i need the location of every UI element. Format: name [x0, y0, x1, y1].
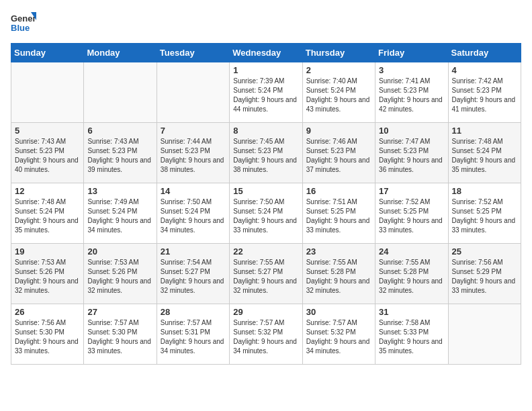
- calendar-cell: 15Sunrise: 7:50 AMSunset: 5:24 PMDayligh…: [230, 183, 302, 244]
- day-number: 25: [452, 246, 517, 257]
- day-number: 23: [306, 246, 371, 257]
- day-info: Sunrise: 7:56 AMSunset: 5:30 PMDaylight:…: [15, 318, 80, 356]
- day-number: 26: [15, 307, 80, 317]
- day-info: Sunrise: 7:55 AMSunset: 5:28 PMDaylight:…: [379, 258, 444, 295]
- calendar-cell: 17Sunrise: 7:52 AMSunset: 5:25 PMDayligh…: [375, 183, 448, 244]
- calendar-cell: 25Sunrise: 7:56 AMSunset: 5:29 PMDayligh…: [448, 244, 521, 304]
- col-header-friday: Friday: [375, 44, 448, 62]
- day-number: 10: [379, 126, 444, 136]
- logo-svg: General Blue: [11, 11, 36, 36]
- day-info: Sunrise: 7:43 AMSunset: 5:23 PMDaylight:…: [87, 137, 152, 175]
- day-info: Sunrise: 7:46 AMSunset: 5:23 PMDaylight:…: [306, 137, 371, 175]
- calendar-cell: 24Sunrise: 7:55 AMSunset: 5:28 PMDayligh…: [375, 244, 448, 304]
- day-number: 28: [161, 307, 226, 317]
- calendar-cell: 20Sunrise: 7:53 AMSunset: 5:26 PMDayligh…: [84, 244, 157, 304]
- day-number: 29: [233, 307, 298, 317]
- day-number: 27: [87, 307, 152, 317]
- calendar-cell: 11Sunrise: 7:48 AMSunset: 5:24 PMDayligh…: [448, 123, 521, 183]
- logo: General Blue: [11, 11, 36, 36]
- calendar-cell: 1Sunrise: 7:39 AMSunset: 5:24 PMDaylight…: [230, 62, 302, 123]
- page-header: General Blue: [11, 11, 521, 36]
- day-info: Sunrise: 7:57 AMSunset: 5:32 PMDaylight:…: [306, 318, 371, 356]
- day-info: Sunrise: 7:44 AMSunset: 5:23 PMDaylight:…: [161, 137, 226, 175]
- calendar-cell: 5Sunrise: 7:43 AMSunset: 5:23 PMDaylight…: [11, 123, 84, 183]
- day-info: Sunrise: 7:48 AMSunset: 5:24 PMDaylight:…: [452, 137, 517, 175]
- day-number: 20: [87, 246, 152, 257]
- day-info: Sunrise: 7:42 AMSunset: 5:23 PMDaylight:…: [452, 77, 517, 114]
- day-info: Sunrise: 7:39 AMSunset: 5:24 PMDaylight:…: [233, 77, 298, 114]
- calendar-cell: [11, 62, 84, 123]
- day-info: Sunrise: 7:48 AMSunset: 5:24 PMDaylight:…: [15, 197, 80, 235]
- day-info: Sunrise: 7:54 AMSunset: 5:27 PMDaylight:…: [161, 258, 226, 295]
- calendar-cell: 26Sunrise: 7:56 AMSunset: 5:30 PMDayligh…: [11, 304, 84, 365]
- day-info: Sunrise: 7:53 AMSunset: 5:26 PMDaylight:…: [87, 258, 152, 295]
- day-info: Sunrise: 7:50 AMSunset: 5:24 PMDaylight:…: [233, 197, 298, 235]
- day-number: 13: [87, 186, 152, 196]
- day-number: 22: [233, 246, 298, 257]
- day-number: 9: [306, 126, 371, 136]
- day-info: Sunrise: 7:40 AMSunset: 5:24 PMDaylight:…: [306, 77, 371, 114]
- calendar-cell: 27Sunrise: 7:57 AMSunset: 5:30 PMDayligh…: [84, 304, 157, 365]
- day-number: 11: [452, 126, 517, 136]
- calendar-cell: 2Sunrise: 7:40 AMSunset: 5:24 PMDaylight…: [302, 62, 375, 123]
- day-info: Sunrise: 7:55 AMSunset: 5:28 PMDaylight:…: [306, 258, 371, 295]
- day-number: 1: [233, 65, 298, 75]
- day-info: Sunrise: 7:57 AMSunset: 5:30 PMDaylight:…: [87, 318, 152, 356]
- calendar-week-2: 12Sunrise: 7:48 AMSunset: 5:24 PMDayligh…: [11, 183, 521, 244]
- day-info: Sunrise: 7:41 AMSunset: 5:23 PMDaylight:…: [379, 77, 444, 114]
- day-number: 17: [379, 186, 444, 196]
- calendar-cell: 7Sunrise: 7:44 AMSunset: 5:23 PMDaylight…: [157, 123, 229, 183]
- day-number: 14: [161, 186, 226, 196]
- day-number: 21: [161, 246, 226, 257]
- day-number: 8: [233, 126, 298, 136]
- col-header-thursday: Thursday: [302, 44, 375, 62]
- calendar-week-4: 26Sunrise: 7:56 AMSunset: 5:30 PMDayligh…: [11, 304, 521, 365]
- calendar-cell: 4Sunrise: 7:42 AMSunset: 5:23 PMDaylight…: [448, 62, 521, 123]
- calendar-cell: 13Sunrise: 7:49 AMSunset: 5:24 PMDayligh…: [84, 183, 157, 244]
- col-header-sunday: Sunday: [11, 44, 84, 62]
- calendar-week-0: 1Sunrise: 7:39 AMSunset: 5:24 PMDaylight…: [11, 62, 521, 123]
- day-number: 4: [452, 65, 517, 75]
- day-number: 16: [306, 186, 371, 196]
- calendar-cell: 18Sunrise: 7:52 AMSunset: 5:25 PMDayligh…: [448, 183, 521, 244]
- day-number: 24: [379, 246, 444, 257]
- day-info: Sunrise: 7:57 AMSunset: 5:31 PMDaylight:…: [161, 318, 226, 356]
- day-info: Sunrise: 7:52 AMSunset: 5:25 PMDaylight:…: [452, 197, 517, 235]
- calendar-cell: 23Sunrise: 7:55 AMSunset: 5:28 PMDayligh…: [302, 244, 375, 304]
- day-number: 5: [15, 126, 80, 136]
- day-info: Sunrise: 7:43 AMSunset: 5:23 PMDaylight:…: [15, 137, 80, 175]
- day-number: 19: [15, 246, 80, 257]
- calendar-cell: [448, 304, 521, 365]
- col-header-saturday: Saturday: [448, 44, 521, 62]
- svg-text:Blue: Blue: [11, 23, 30, 33]
- calendar-cell: [84, 62, 157, 123]
- calendar-cell: 22Sunrise: 7:55 AMSunset: 5:27 PMDayligh…: [230, 244, 302, 304]
- col-header-monday: Monday: [84, 44, 157, 62]
- calendar-cell: 28Sunrise: 7:57 AMSunset: 5:31 PMDayligh…: [157, 304, 229, 365]
- day-info: Sunrise: 7:52 AMSunset: 5:25 PMDaylight:…: [379, 197, 444, 235]
- calendar-cell: 21Sunrise: 7:54 AMSunset: 5:27 PMDayligh…: [157, 244, 229, 304]
- day-number: 18: [452, 186, 517, 196]
- calendar-table: SundayMondayTuesdayWednesdayThursdayFrid…: [11, 43, 521, 365]
- calendar-header: SundayMondayTuesdayWednesdayThursdayFrid…: [11, 44, 521, 62]
- day-number: 30: [306, 307, 371, 317]
- day-number: 15: [233, 186, 298, 196]
- calendar-cell: 19Sunrise: 7:53 AMSunset: 5:26 PMDayligh…: [11, 244, 84, 304]
- day-number: 3: [379, 65, 444, 75]
- calendar-cell: 6Sunrise: 7:43 AMSunset: 5:23 PMDaylight…: [84, 123, 157, 183]
- calendar-cell: [157, 62, 229, 123]
- day-number: 31: [379, 307, 444, 317]
- day-info: Sunrise: 7:58 AMSunset: 5:33 PMDaylight:…: [379, 318, 444, 356]
- day-info: Sunrise: 7:50 AMSunset: 5:24 PMDaylight:…: [161, 197, 226, 235]
- calendar-cell: 31Sunrise: 7:58 AMSunset: 5:33 PMDayligh…: [375, 304, 448, 365]
- calendar-week-1: 5Sunrise: 7:43 AMSunset: 5:23 PMDaylight…: [11, 123, 521, 183]
- day-info: Sunrise: 7:47 AMSunset: 5:23 PMDaylight:…: [379, 137, 444, 175]
- calendar-cell: 30Sunrise: 7:57 AMSunset: 5:32 PMDayligh…: [302, 304, 375, 365]
- day-info: Sunrise: 7:56 AMSunset: 5:29 PMDaylight:…: [452, 258, 517, 295]
- calendar-cell: 29Sunrise: 7:57 AMSunset: 5:32 PMDayligh…: [230, 304, 302, 365]
- col-header-wednesday: Wednesday: [230, 44, 302, 62]
- calendar-cell: 12Sunrise: 7:48 AMSunset: 5:24 PMDayligh…: [11, 183, 84, 244]
- col-header-tuesday: Tuesday: [157, 44, 229, 62]
- svg-text:General: General: [11, 13, 36, 24]
- day-info: Sunrise: 7:51 AMSunset: 5:25 PMDaylight:…: [306, 197, 371, 235]
